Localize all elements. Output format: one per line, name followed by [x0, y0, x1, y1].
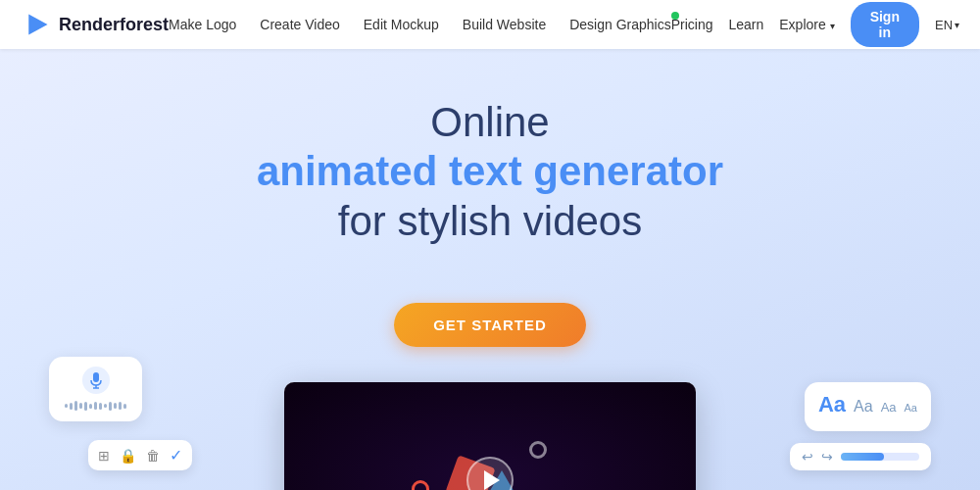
hero-line1: Online — [430, 98, 549, 147]
video-section: How to Create Videos Online | Renderfore… — [284, 382, 696, 490]
progress-bar — [841, 453, 919, 461]
explore-chevron: ▾ — [830, 21, 835, 31]
wave-bar — [114, 403, 117, 409]
video-shape-4 — [529, 441, 547, 459]
arrow-left-icon[interactable]: ↩ — [802, 449, 813, 465]
video-shape-3 — [412, 480, 429, 490]
header: Renderforest Make Logo Create Video Edit… — [0, 0, 980, 49]
arrow-right-icon[interactable]: ↪ — [821, 449, 833, 465]
wave-bar — [109, 402, 112, 411]
wave-bar — [79, 403, 82, 409]
wave-bar — [99, 403, 102, 410]
delete-icon[interactable]: 🗑 — [146, 448, 160, 464]
logo[interactable]: Renderforest — [24, 11, 169, 38]
wave-bar — [119, 402, 122, 410]
nav-build-website[interactable]: Build Website — [463, 17, 546, 32]
hero-line2: animated text generator — [257, 147, 723, 196]
nav-create-video[interactable]: Create Video — [260, 17, 339, 32]
hero-section: Online animated text generator for styli… — [0, 49, 980, 490]
svg-marker-0 — [28, 15, 47, 35]
font-aa-xsmall: Aa — [905, 402, 917, 414]
float-tools: ⊞ 🔒 🗑 ✓ — [88, 440, 192, 470]
language-selector[interactable]: EN ▾ — [935, 18, 959, 32]
float-right-bar: ↩ ↪ — [790, 443, 931, 470]
lang-chevron: ▾ — [955, 20, 959, 30]
get-started-button[interactable]: GET STARTED — [394, 303, 586, 347]
progress-fill — [841, 453, 884, 461]
confirm-icon[interactable]: ✓ — [170, 446, 182, 465]
mic-icon — [82, 367, 110, 394]
audio-wave — [65, 400, 126, 412]
right-nav: Pricing Learn Explore ▾ Sign in EN ▾ — [671, 2, 959, 47]
float-card-right: Aa Aa Aa Aa — [805, 382, 931, 431]
logo-text: Renderforest — [59, 15, 169, 35]
nav-design-graphics[interactable]: Design Graphics — [569, 17, 671, 32]
wave-bar — [74, 401, 77, 411]
font-aa-medium: Aa — [854, 398, 873, 416]
wave-bar — [70, 403, 73, 410]
video-background — [284, 382, 696, 490]
nav-design-graphics-wrap: Design Graphics — [569, 16, 671, 33]
play-icon — [484, 470, 500, 490]
font-aa-large: Aa — [818, 392, 846, 417]
svg-rect-1 — [93, 372, 99, 382]
wave-bar — [94, 402, 97, 410]
video-player[interactable]: How to Create Videos Online | Renderfore… — [284, 382, 696, 490]
wave-bar — [84, 402, 87, 411]
wave-bar — [65, 404, 68, 408]
nav-edit-mockup[interactable]: Edit Mockup — [364, 17, 439, 32]
design-graphics-badge — [671, 12, 679, 20]
wave-bar — [104, 404, 107, 408]
logo-icon — [24, 11, 51, 38]
wave-bar — [123, 404, 126, 409]
video-play-button[interactable] — [466, 457, 514, 490]
font-row: Aa Aa Aa Aa — [818, 392, 917, 417]
nav-explore[interactable]: Explore ▾ — [779, 17, 834, 32]
font-aa-small: Aa — [881, 400, 897, 415]
nav-learn[interactable]: Learn — [728, 17, 763, 32]
crop-icon[interactable]: ⊞ — [98, 448, 110, 464]
nav-make-logo[interactable]: Make Logo — [169, 17, 236, 32]
hero-text: Online animated text generator for styli… — [257, 98, 723, 275]
wave-bar — [89, 404, 92, 409]
sign-in-button[interactable]: Sign in — [851, 2, 919, 47]
float-card-left — [49, 357, 142, 421]
lock-icon[interactable]: 🔒 — [120, 448, 136, 464]
main-nav: Make Logo Create Video Edit Mockup Build… — [169, 16, 671, 33]
hero-line3: for stylish videos — [338, 197, 642, 246]
